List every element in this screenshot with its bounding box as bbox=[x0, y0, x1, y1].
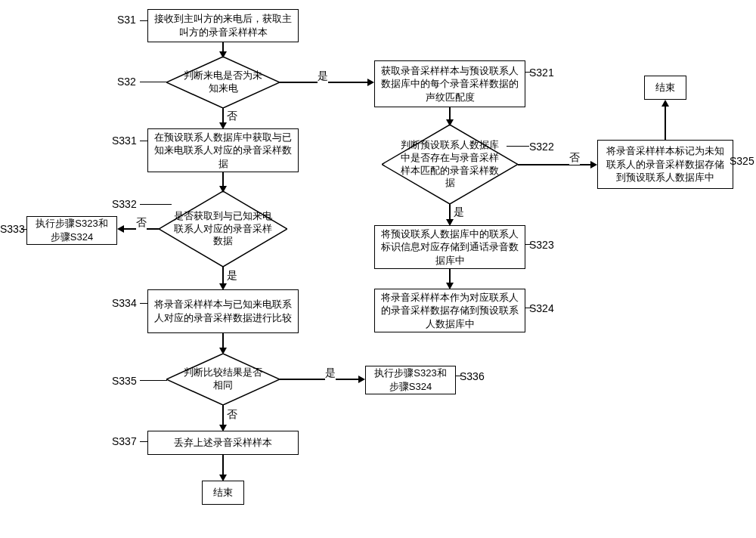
arrowhead bbox=[446, 119, 454, 126]
label-connector bbox=[525, 72, 531, 73]
process-s333: 执行步骤S323和步骤S324 bbox=[26, 216, 117, 245]
arrowhead bbox=[446, 219, 454, 226]
label-s32: S32 bbox=[117, 76, 136, 88]
edge bbox=[280, 379, 360, 380]
arrowhead bbox=[219, 51, 227, 58]
label-s337: S337 bbox=[112, 435, 137, 447]
node-text: 判断比较结果是否相同 bbox=[180, 366, 266, 392]
arrowhead bbox=[219, 283, 227, 290]
label-s334: S334 bbox=[112, 297, 137, 309]
label-connector bbox=[21, 229, 27, 230]
arrowhead bbox=[446, 283, 454, 289]
edge-label-no: 否 bbox=[136, 216, 147, 230]
node-text: 将录音采样样本与已知来电联系人对应的录音采样数据进行比较 bbox=[153, 298, 293, 324]
edge bbox=[449, 204, 451, 221]
edge-label-yes: 是 bbox=[227, 269, 237, 283]
label-connector bbox=[140, 141, 147, 141]
node-text: 判断预设联系人数据库中是否存在与录音采样样本匹配的录音采样数据 bbox=[398, 139, 501, 190]
label-s335: S335 bbox=[112, 375, 137, 387]
label-s31: S31 bbox=[117, 14, 136, 26]
process-s337: 丢弃上述录音采样样本 bbox=[147, 431, 299, 455]
node-text: 执行步骤S323和步骤S324 bbox=[370, 366, 451, 393]
edge bbox=[518, 164, 592, 165]
label-connector bbox=[525, 244, 531, 245]
process-s323: 将预设联系人数据库中的联系人标识信息对应存储到通话录音数据库中 bbox=[374, 225, 525, 269]
arrowhead bbox=[219, 348, 227, 354]
node-text: 结束 bbox=[213, 486, 233, 499]
edge bbox=[222, 405, 224, 426]
label-s322: S322 bbox=[529, 141, 554, 153]
terminal-end-right: 结束 bbox=[644, 76, 686, 100]
node-text: 执行步骤S323和步骤S324 bbox=[32, 217, 112, 243]
arrowhead bbox=[662, 100, 669, 107]
edge bbox=[222, 267, 224, 285]
edge-label-yes: 是 bbox=[454, 206, 464, 219]
label-s323: S323 bbox=[529, 239, 554, 251]
node-text: 是否获取到与已知来电联系人对应的录音采样数据 bbox=[174, 210, 272, 249]
edge bbox=[222, 455, 224, 476]
process-s325: 将录音采样样本标记为未知联系人的录音采样数据存储到预设联系人数据库中 bbox=[597, 140, 733, 189]
edge bbox=[449, 269, 451, 284]
node-text: 接收到主叫方的来电后，获取主叫方的录音采样样本 bbox=[153, 12, 293, 39]
node-text: 结束 bbox=[655, 81, 675, 94]
decision-s32: 判断来电是否为未知来电 bbox=[166, 57, 280, 108]
label-s321: S321 bbox=[529, 66, 554, 79]
node-text: 将录音采样样本作为对应联系人的录音采样数据存储到预设联系人数据库中 bbox=[380, 291, 520, 331]
arrowhead bbox=[219, 186, 227, 193]
arrowhead bbox=[219, 475, 227, 481]
process-s334: 将录音采样样本与已知来电联系人对应的录音采样数据进行比较 bbox=[147, 289, 299, 333]
label-connector bbox=[140, 204, 172, 205]
node-text: 将录音采样样本标记为未知联系人的录音采样数据存储到预设联系人数据库中 bbox=[603, 144, 728, 184]
label-connector bbox=[140, 380, 167, 381]
arrowhead bbox=[590, 161, 597, 169]
edge-label-no: 否 bbox=[569, 151, 580, 165]
label-s324: S324 bbox=[529, 302, 554, 314]
node-text: 在预设联系人数据库中获取与已知来电联系人对应的录音采样数据 bbox=[153, 131, 293, 171]
edge-label-no: 否 bbox=[227, 110, 237, 123]
process-s321: 获取录音采样样本与预设联系人数据库中的每个录音采样数据的声纹匹配度 bbox=[374, 60, 525, 107]
edge-label-yes: 是 bbox=[325, 366, 336, 380]
label-connector bbox=[140, 20, 147, 21]
label-connector bbox=[525, 308, 531, 308]
arrowhead bbox=[358, 376, 365, 383]
arrowhead bbox=[117, 225, 124, 233]
label-connector bbox=[140, 441, 147, 442]
node-text: 获取录音采样样本与预设联系人数据库中的每个录音采样数据的声纹匹配度 bbox=[380, 64, 520, 104]
label-connector bbox=[507, 146, 529, 147]
edge-label-no: 否 bbox=[227, 408, 237, 422]
label-connector bbox=[140, 303, 147, 304]
label-s331: S331 bbox=[112, 134, 137, 147]
arrowhead bbox=[219, 122, 227, 129]
decision-s335: 判断比较结果是否相同 bbox=[166, 354, 280, 405]
process-s336: 执行步骤S323和步骤S324 bbox=[365, 366, 456, 394]
decision-s332: 是否获取到与已知来电联系人对应的录音采样数据 bbox=[159, 191, 287, 267]
edge bbox=[665, 106, 666, 140]
arrowhead bbox=[367, 79, 374, 86]
node-text: 将预设联系人数据库中的联系人标识信息对应存储到通话录音数据库中 bbox=[380, 227, 520, 267]
process-s31: 接收到主叫方的来电后，获取主叫方的录音采样样本 bbox=[147, 9, 299, 42]
label-s332: S332 bbox=[112, 198, 137, 210]
terminal-end-bottom: 结束 bbox=[202, 481, 244, 505]
process-s331: 在预设联系人数据库中获取与已知来电联系人对应的录音采样数据 bbox=[147, 128, 299, 172]
edge-label-yes: 是 bbox=[318, 70, 328, 83]
label-connector bbox=[140, 82, 167, 82]
node-text: 丢弃上述录音采样样本 bbox=[174, 436, 272, 450]
arrowhead bbox=[219, 425, 227, 431]
label-s325: S325 bbox=[730, 155, 754, 167]
node-text: 判断来电是否为未知来电 bbox=[180, 70, 266, 95]
label-s336: S336 bbox=[460, 370, 485, 382]
decision-s322: 判断预设联系人数据库中是否存在与录音采样样本匹配的录音采样数据 bbox=[382, 125, 518, 204]
process-s324: 将录音采样样本作为对应联系人的录音采样数据存储到预设联系人数据库中 bbox=[374, 289, 525, 332]
label-connector bbox=[455, 376, 461, 376]
